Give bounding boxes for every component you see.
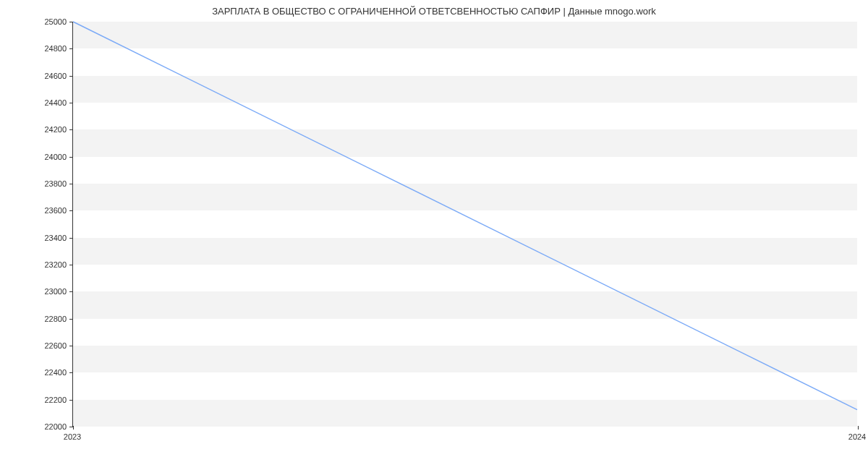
- y-tick-label: 23200: [44, 260, 72, 269]
- data-line: [73, 22, 857, 410]
- y-tick-label: 25000: [44, 17, 72, 26]
- x-tick-label: 2024: [848, 427, 866, 441]
- chart-title: ЗАРПЛАТА В ОБЩЕСТВО С ОГРАНИЧЕННОЙ ОТВЕТ…: [0, 0, 868, 17]
- y-tick-label: 24800: [44, 44, 72, 53]
- y-tick-label: 23400: [44, 234, 72, 242]
- x-tick-label: 2023: [64, 427, 81, 441]
- line-svg: [73, 22, 857, 426]
- salary-line-chart: ЗАРПЛАТА В ОБЩЕСТВО С ОГРАНИЧЕННОЙ ОТВЕТ…: [0, 0, 868, 448]
- y-tick-label: 22400: [44, 368, 72, 377]
- plot-container: 2200022200224002260022800230002320023400…: [72, 22, 857, 427]
- y-tick-label: 23000: [44, 287, 72, 296]
- y-tick-label: 22200: [44, 396, 72, 404]
- y-tick-label: 23600: [44, 206, 72, 215]
- y-tick-label: 24200: [44, 125, 72, 134]
- plot-area: [72, 22, 857, 427]
- y-tick-label: 22600: [44, 341, 72, 350]
- y-tick-label: 23800: [44, 179, 72, 188]
- y-tick-label: 24400: [44, 98, 72, 107]
- y-tick-label: 24000: [44, 153, 72, 161]
- y-tick-label: 24600: [44, 72, 72, 80]
- y-tick-label: 22800: [44, 315, 72, 323]
